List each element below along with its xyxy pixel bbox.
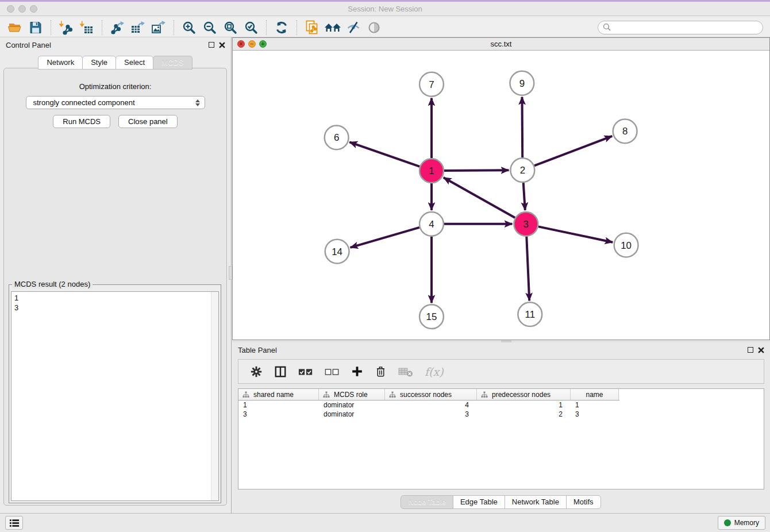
table-toolbar: f(x) — [238, 359, 764, 384]
graph-node-4[interactable]: 4 — [419, 212, 444, 236]
zoom-in-icon[interactable] — [179, 19, 199, 36]
table-cell: 1 — [238, 400, 319, 410]
table-tab-edge-table[interactable]: Edge Table — [453, 495, 505, 509]
close-panel-icon[interactable] — [219, 42, 225, 48]
close-table-panel-icon[interactable] — [758, 347, 764, 353]
graph-edge-4-14[interactable] — [351, 228, 419, 248]
unselect-all-columns-icon[interactable] — [325, 367, 340, 377]
show-columns-icon[interactable] — [274, 365, 287, 378]
add-column-icon[interactable] — [351, 365, 363, 377]
task-history-button[interactable] — [5, 516, 23, 530]
toolbar-separator — [174, 20, 174, 35]
zoom-out-icon[interactable] — [199, 19, 220, 36]
select-all-columns-icon[interactable] — [298, 367, 313, 377]
table-tab-node-table[interactable]: Node Table — [401, 495, 453, 509]
app-titlebar: Session: New Session — [0, 0, 770, 16]
table-tab-motifs[interactable]: Motifs — [566, 495, 601, 509]
hierarchy-icon — [323, 391, 330, 398]
graph-node-8[interactable]: 8 — [613, 119, 637, 144]
import-network-icon[interactable] — [56, 19, 76, 36]
float-table-panel-icon[interactable] — [748, 347, 753, 353]
memory-status-icon — [724, 519, 731, 526]
tab-style[interactable]: Style — [82, 56, 116, 70]
column-header-MCDS-role[interactable]: MCDS role — [319, 389, 385, 400]
clone-network-icon[interactable] — [302, 19, 322, 36]
result-scrollbar[interactable] — [211, 292, 218, 500]
column-header-shared-name[interactable]: shared name — [238, 389, 319, 400]
export-network-icon[interactable] — [107, 19, 128, 36]
float-panel-icon[interactable] — [209, 42, 214, 48]
zoom-selected-icon[interactable] — [241, 19, 261, 36]
search-input[interactable] — [611, 24, 758, 32]
session-title: Session: New Session — [0, 5, 770, 13]
mcds-result-textarea[interactable]: 1 3 — [11, 291, 219, 501]
mcds-result-values: 1 3 — [11, 292, 210, 500]
graph-edge-2-3[interactable] — [523, 183, 525, 210]
graph-node-7[interactable]: 7 — [419, 72, 444, 97]
table-row[interactable]: 3dominator323 — [238, 410, 764, 419]
export-image-icon[interactable] — [148, 19, 169, 36]
node-table[interactable]: shared nameMCDS rolesuccessor nodesprede… — [238, 388, 764, 489]
delete-column-icon[interactable] — [375, 365, 387, 377]
svg-text:4: 4 — [429, 219, 434, 230]
column-header-predecessor-nodes[interactable]: predecessor nodes — [477, 389, 571, 400]
tab-select[interactable]: Select — [116, 56, 153, 70]
table-tab-network-table[interactable]: Network Table — [505, 495, 567, 509]
memory-button[interactable]: Memory — [718, 516, 765, 530]
graph-node-10[interactable]: 10 — [614, 233, 638, 257]
delete-table-icon[interactable] — [398, 366, 413, 377]
hide-selected-icon[interactable] — [343, 19, 364, 36]
network-view-window: × − + scc.txt 7968124314101511 — [232, 37, 770, 340]
table-cell: 3 — [385, 410, 477, 419]
tab-mcds[interactable]: MCDS — [153, 56, 192, 70]
hierarchy-icon — [389, 391, 396, 398]
right-column: × − + scc.txt 7968124314101511 Table Pan… — [232, 37, 770, 513]
open-session-icon[interactable] — [5, 19, 25, 36]
table-cell: 3 — [571, 410, 619, 419]
graph-edge-1-6[interactable] — [349, 142, 419, 167]
graph-node-3[interactable]: 3 — [514, 212, 538, 236]
control-panel: Control Panel NetworkStyleSelectMCDS Opt… — [0, 37, 232, 513]
mcds-result-title: MCDS result (2 nodes) — [12, 280, 93, 288]
svg-text:14: 14 — [332, 246, 342, 257]
graph-edge-1-2[interactable] — [444, 170, 509, 171]
control-panel-header: Control Panel — [0, 37, 231, 52]
graph-node-1[interactable]: 1 — [419, 159, 444, 183]
refresh-layout-icon[interactable] — [271, 19, 292, 36]
graph-edge-3-11[interactable] — [526, 237, 529, 301]
table-cell: 1 — [477, 400, 571, 410]
formula-icon[interactable]: f(x) — [425, 365, 444, 378]
graph-node-6[interactable]: 6 — [325, 125, 349, 149]
graph-edge-3-10[interactable] — [538, 226, 613, 242]
minimize-view-icon[interactable]: − — [248, 40, 256, 48]
zoom-fit-icon[interactable] — [220, 19, 241, 36]
graph-node-2[interactable]: 2 — [510, 158, 534, 182]
graph-node-9[interactable]: 9 — [510, 71, 534, 95]
graph-edge-2-9[interactable] — [522, 97, 523, 158]
column-header-successor-nodes[interactable]: successor nodes — [385, 389, 477, 400]
save-session-icon[interactable] — [25, 19, 46, 36]
first-neighbors-icon[interactable] — [322, 19, 343, 36]
graph-node-11[interactable]: 11 — [518, 302, 542, 326]
close-panel-button[interactable]: Close panel — [118, 115, 178, 128]
tab-network[interactable]: Network — [38, 56, 83, 70]
export-table-icon[interactable] — [128, 19, 148, 36]
run-mcds-button[interactable]: Run MCDS — [53, 115, 110, 128]
search-field[interactable] — [598, 21, 763, 34]
graph-edge-3-1[interactable] — [444, 178, 515, 218]
graph-edge-2-8[interactable] — [534, 136, 612, 165]
network-graph[interactable]: 7968124314101511 — [233, 51, 769, 340]
graph-node-15[interactable]: 15 — [419, 304, 444, 329]
table-settings-gear-icon[interactable] — [250, 365, 263, 378]
svg-text:2: 2 — [520, 165, 525, 176]
column-header-name[interactable]: name — [571, 389, 619, 400]
optimization-criterion-select[interactable]: strongly connected component — [26, 96, 205, 109]
graph-node-14[interactable]: 14 — [325, 240, 349, 264]
maximize-view-icon[interactable]: + — [259, 40, 267, 48]
network-canvas[interactable]: 7968124314101511 — [233, 51, 769, 340]
network-title: scc.txt — [233, 40, 769, 48]
import-table-icon[interactable] — [76, 19, 97, 36]
table-row[interactable]: 1dominator411 — [238, 400, 764, 410]
show-hidden-icon[interactable] — [364, 19, 384, 36]
close-view-icon[interactable]: × — [237, 40, 245, 48]
